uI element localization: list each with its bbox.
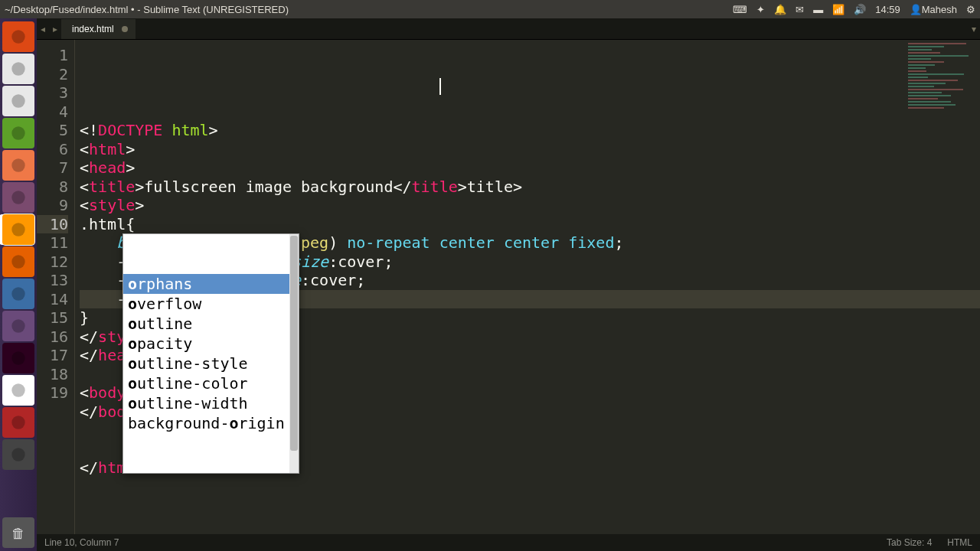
line-number: 9 (37, 196, 68, 215)
editor-window: ◂ ▸ index.html ▾ 12345678910111213141516… (37, 18, 980, 551)
svg-point-13 (11, 319, 24, 332)
svg-point-12 (11, 287, 24, 300)
svg-point-11 (11, 255, 24, 268)
autocomplete-item[interactable]: background-origin (123, 413, 299, 433)
tab-next-icon[interactable]: ▸ (49, 24, 61, 34)
tab-index-html[interactable]: index.html (61, 19, 136, 39)
code-area[interactable]: orphansoverflowoutlineopacityoutline-sty… (75, 40, 980, 534)
launcher-calendar[interactable] (2, 311, 34, 341)
text-cursor (439, 78, 441, 95)
keyboard-icon[interactable]: ⌨ (733, 4, 747, 15)
autocomplete-item[interactable]: overflow (123, 294, 299, 314)
launcher-settings[interactable] (2, 182, 34, 213)
code-line[interactable]: <head> (80, 158, 980, 178)
autocomplete-item[interactable]: opacity (123, 334, 299, 354)
line-number: 6 (37, 140, 68, 159)
code-line[interactable]: <style> (80, 196, 980, 215)
tab-label: index.html (72, 24, 114, 34)
system-tray: ⌨ ✦ 🔔 ✉ ▬ 📶 🔊 14:59 👤 Mahesh ⚙ (724, 4, 975, 15)
launcher-libreoffice[interactable] (2, 375, 34, 406)
svg-point-9 (11, 191, 24, 204)
editor-body: 12345678910111213141516171819 orphansove… (37, 40, 980, 534)
line-number: 16 (37, 328, 68, 347)
autocomplete-scrollbar[interactable] (289, 234, 299, 473)
status-syntax[interactable]: HTML (947, 537, 972, 548)
launcher-ssr[interactable] (2, 407, 34, 438)
dirty-indicator-icon (122, 26, 128, 32)
tab-bar: ◂ ▸ index.html ▾ (37, 18, 980, 40)
svg-point-5 (11, 62, 24, 75)
code-line[interactable]: <html> (80, 140, 980, 159)
launcher-midori[interactable] (2, 118, 34, 148)
line-number: 18 (37, 365, 68, 384)
line-number: 5 (37, 121, 68, 140)
launcher-trash[interactable]: 🗑 (2, 517, 34, 548)
dropbox-icon[interactable]: ✦ (756, 4, 765, 15)
line-number: 7 (37, 158, 68, 178)
line-number: 4 (37, 103, 68, 122)
line-number: 1 (37, 46, 68, 65)
svg-point-4 (11, 30, 24, 43)
launcher-firefox[interactable] (2, 246, 34, 277)
svg-point-10 (11, 223, 24, 236)
tab-prev-icon[interactable]: ◂ (37, 24, 49, 34)
launcher-sublime[interactable] (2, 214, 34, 245)
line-number: 2 (37, 65, 68, 84)
line-number: 10 (37, 215, 68, 234)
line-number: 14 (37, 290, 68, 309)
status-position[interactable]: Line 10, Column 7 (44, 537, 119, 548)
autocomplete-popup: orphansoverflowoutlineopacityoutline-sty… (122, 233, 299, 474)
clock[interactable]: 14:59 (875, 4, 900, 15)
network-icon[interactable]: 📶 (832, 4, 844, 15)
line-number: 8 (37, 178, 68, 197)
user-menu[interactable]: 👤 Mahesh (910, 4, 957, 15)
notifications-icon[interactable]: 🔔 (774, 4, 786, 15)
svg-point-17 (11, 448, 24, 461)
autocomplete-item[interactable]: orphans (123, 274, 299, 294)
line-number: 15 (37, 308, 68, 328)
status-bar: Line 10, Column 7 Tab Size: 4 HTML (37, 534, 980, 551)
menu-bar: ~/Desktop/Fused/index.html • - Sublime T… (0, 0, 980, 18)
autocomplete-item[interactable]: outline-color (123, 373, 299, 393)
unity-launcher: 🗑 (0, 18, 37, 551)
minimap[interactable] (908, 43, 977, 135)
line-gutter: 12345678910111213141516171819 (37, 40, 75, 534)
launcher-text-editor[interactable] (2, 86, 34, 116)
line-number: 19 (37, 383, 68, 403)
line-number: 17 (37, 346, 68, 365)
window-title: ~/Desktop/Fused/index.html • - Sublime T… (5, 4, 724, 15)
line-number: 3 (37, 83, 68, 103)
line-number: 12 (37, 253, 68, 272)
launcher-workspace[interactable] (2, 439, 34, 470)
status-tabsize[interactable]: Tab Size: 4 (887, 537, 932, 548)
autocomplete-item[interactable]: outline-style (123, 354, 299, 373)
mail-icon[interactable]: ✉ (795, 4, 804, 15)
code-line[interactable]: <!DOCTYPE html> (80, 121, 980, 140)
scrollbar-thumb[interactable] (290, 236, 298, 451)
launcher-files[interactable] (2, 150, 34, 181)
volume-icon[interactable]: 🔊 (854, 4, 866, 15)
tab-menu-icon[interactable]: ▾ (968, 24, 980, 34)
svg-point-6 (11, 94, 24, 107)
line-number: 13 (37, 271, 68, 290)
code-line[interactable]: .html{ (80, 215, 980, 234)
code-line[interactable]: <title>fullscreen image background</titl… (80, 178, 980, 197)
launcher-dash[interactable] (2, 21, 34, 52)
battery-icon[interactable]: ▬ (813, 4, 823, 15)
svg-point-16 (11, 416, 24, 429)
session-icon[interactable]: ⚙ (966, 4, 975, 15)
launcher-terminal[interactable] (2, 343, 34, 373)
launcher-indicator[interactable] (2, 279, 34, 309)
svg-point-14 (11, 351, 24, 364)
svg-point-7 (11, 126, 24, 139)
launcher-chrome[interactable] (2, 54, 34, 84)
svg-point-15 (11, 383, 24, 396)
autocomplete-item[interactable]: outline (123, 314, 299, 334)
line-number: 11 (37, 233, 68, 253)
svg-point-8 (11, 158, 24, 171)
autocomplete-item[interactable]: outline-width (123, 393, 299, 413)
